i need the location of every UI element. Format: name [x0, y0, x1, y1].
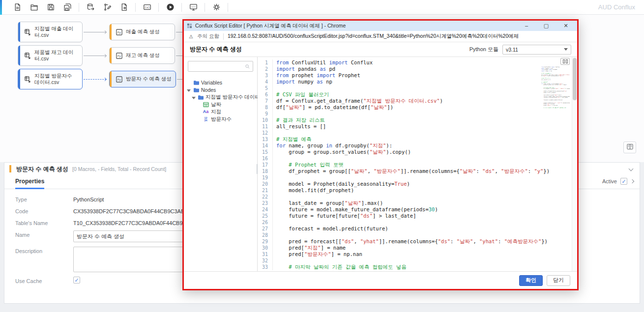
flow-node-sales-forecast[interactable]: Py 매출 예측 생성: [109, 24, 175, 40]
code-line-15[interactable]: 15 group = group.sort_values("날짜").copy(…: [258, 149, 577, 155]
window-title: Conflux Script Editor [ Python 시계열 예측 데이…: [195, 23, 515, 29]
code-line-29[interactable]: 29 pred = forecast[["ds", "yhat"]].renam…: [258, 238, 577, 245]
save-all-button[interactable]: [61, 1, 73, 13]
code-line-22[interactable]: 22: [258, 194, 577, 200]
workflow-edit-button[interactable]: [101, 1, 113, 13]
code-line-32[interactable]: 32: [258, 257, 577, 264]
code-line-33[interactable]: 33 # 마지막 날짜의 기존 값을 예측 컬럼에도 넣음: [258, 264, 577, 270]
code-line-7[interactable]: 7df = Conflux.get_data_frame("지점별 방문자수 데…: [258, 98, 577, 104]
tab-properties[interactable]: Properties: [15, 178, 44, 189]
editor-scrollbar[interactable]: [572, 57, 577, 271]
close-button[interactable]: 닫기: [547, 275, 570, 286]
tree-item-label: 지점: [211, 109, 221, 115]
code-editor[interactable]: 1from ConfluxUtil import Conflux2import …: [258, 57, 577, 271]
code-line-19[interactable]: 19: [258, 174, 577, 181]
code-line-28[interactable]: 28: [258, 232, 577, 238]
code-line-16[interactable]: 16: [258, 155, 577, 162]
flow-node-stock-csv[interactable]: 제품별 재고 데이터.csv: [18, 45, 83, 66]
node-label: 제품별 재고 데이터.csv: [34, 49, 78, 62]
python-version-select[interactable]: v3.11: [502, 45, 571, 55]
code-line-30[interactable]: 30 pred["지점"] = name: [258, 245, 577, 251]
variable-button[interactable]: (x): [141, 1, 153, 13]
minimize-button[interactable]: –: [518, 21, 535, 31]
code-line-4[interactable]: 4import numpy as np: [258, 79, 577, 85]
tree-item-4[interactable]: Aa지점: [184, 108, 257, 115]
palette-toggle-button[interactable]: [623, 142, 636, 153]
code-line-10[interactable]: 10# 결과 저장 리스트: [258, 117, 577, 123]
export-file-button[interactable]: [118, 1, 130, 13]
split-view-button[interactable]: [560, 58, 570, 65]
tree-item-3[interactable]: 날짜: [184, 101, 257, 108]
collapse-panel-icon[interactable]: [629, 167, 634, 171]
new-file-button[interactable]: [11, 1, 23, 13]
flow-node-visitors-forecast[interactable]: Py 방문자 수 예측 생성: [109, 71, 176, 87]
security-badge[interactable]: 주의 요함: [197, 33, 219, 40]
code-line-23[interactable]: 23 last_date = group["날짜"].max(): [258, 200, 577, 206]
active-row: Active ✓: [602, 178, 634, 185]
expand-right-icon[interactable]: [630, 179, 634, 183]
toolbar-separator: [228, 3, 228, 12]
python-module-label: Python 모듈: [469, 46, 498, 53]
confirm-button[interactable]: 확인: [519, 275, 543, 286]
code-line-13[interactable]: 13# 지점별 예측: [258, 136, 577, 142]
code-line-8[interactable]: 8df["날짜"] = pd.to_datetime(df["날짜"]): [258, 104, 577, 111]
close-window-button[interactable]: ✕: [557, 21, 574, 31]
code-view-button[interactable]: </>: [187, 1, 199, 13]
run-icon: [166, 3, 175, 11]
code-lines: 1from ConfluxUtil import Conflux2import …: [258, 59, 577, 270]
code-line-31[interactable]: 31 pred["방문자수"] = np.nan: [258, 251, 577, 257]
scrollbar-thumb[interactable]: [573, 58, 577, 100]
address-bar[interactable]: ⚠ 주의 요함 192.168.0.52:8087/AUD/500/conflu…: [184, 31, 577, 42]
edge-sales-out: [176, 32, 183, 32]
code-line-24[interactable]: 24 future = model.make_future_dataframe(…: [258, 206, 577, 213]
window-titlebar[interactable]: Conflux Script Editor [ Python 시계열 예측 데이…: [184, 21, 577, 31]
tree-item-2[interactable]: 지점별 방문자수 데이터.csv: [184, 93, 257, 101]
flow-node-visitors-csv[interactable]: 지점별 방문자수 데이터.csv: [18, 69, 83, 89]
code-line-11[interactable]: 11all_results = []: [258, 123, 577, 130]
code-line-6[interactable]: 6# CSV 파일 불러오기: [258, 91, 577, 98]
workflow-edit-icon: [103, 3, 112, 11]
code-line-12[interactable]: 12: [258, 130, 577, 136]
save-button[interactable]: [45, 1, 57, 13]
run-button[interactable]: [164, 1, 176, 13]
warning-icon: ⚠: [189, 34, 193, 39]
code-line-2[interactable]: 2import pandas as pd: [258, 66, 577, 72]
code-line-5[interactable]: 5: [258, 85, 577, 91]
database-import-button[interactable]: [85, 1, 96, 13]
code-line-1[interactable]: 1from ConfluxUtil import Conflux: [258, 59, 577, 66]
code-line-14[interactable]: 14for name, group in df.groupby("지점"):: [258, 142, 577, 149]
code-line-3[interactable]: 3from prophet import Prophet: [258, 72, 577, 79]
code-line-20[interactable]: 20 model = Prophet(daily_seasonality=Tru…: [258, 181, 577, 187]
tree-search-box[interactable]: [188, 61, 253, 72]
code-line-21[interactable]: 21 model.fit(df_prophet): [258, 187, 577, 194]
tree-item-5[interactable]: 1234방문자수: [184, 115, 257, 123]
search-input[interactable]: [191, 63, 245, 69]
settings-button[interactable]: [210, 1, 222, 13]
active-checkbox[interactable]: ✓: [620, 178, 627, 185]
code-line-17[interactable]: 17 # Prophet 입력 포맷: [258, 162, 577, 168]
maximize-button[interactable]: ▢: [538, 21, 555, 31]
flow-node-stock-forecast[interactable]: Py 재고 예측 생성: [109, 47, 175, 64]
use-cache-checkbox[interactable]: ✓: [73, 277, 80, 284]
tree-item-0[interactable]: Variables: [184, 79, 257, 86]
code-line-26[interactable]: 26: [258, 219, 577, 226]
expand-arrow-icon: [192, 97, 196, 99]
open-folder-button[interactable]: [28, 1, 40, 13]
code-line-18[interactable]: 18 df_prophet = group[["날짜", "방문자수"]].re…: [258, 168, 577, 174]
node-accent-bar: [110, 24, 112, 40]
toolbar-separator: [79, 3, 79, 12]
search-icon: [245, 64, 250, 69]
toolbar-separator: [205, 3, 205, 12]
code-line-27[interactable]: 27 forecast = model.predict(future): [258, 226, 577, 232]
code-line-25[interactable]: 25 future = future[future["ds"] > last_d…: [258, 213, 577, 219]
toolbar-separator: [135, 3, 136, 12]
book-columns-icon: [626, 143, 634, 152]
node-tree: VariablesNodes지점별 방문자수 데이터.csv날짜Aa지점1234…: [184, 79, 257, 123]
node-label: 지점별 매출 데이터.csv: [34, 26, 78, 38]
code-line-9[interactable]: 9: [258, 111, 577, 117]
flow-node-sales-csv[interactable]: 지점별 매출 데이터.csv: [18, 22, 83, 42]
tree-item-1[interactable]: Nodes: [184, 86, 257, 93]
node-accent-bar: [110, 48, 112, 63]
field-label: Type: [15, 195, 73, 202]
url-text: 192.168.0.52:8087/AUD/500/confluxScriptE…: [228, 33, 572, 40]
